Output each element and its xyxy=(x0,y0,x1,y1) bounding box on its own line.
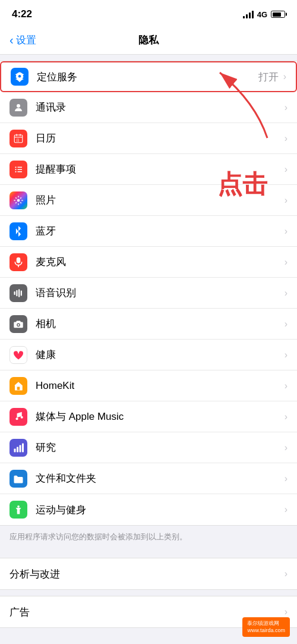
contacts-item[interactable]: 通讯录 › xyxy=(0,92,297,123)
microphone-item[interactable]: 麦克风 › xyxy=(0,247,297,278)
svg-rect-24 xyxy=(17,447,18,452)
svg-rect-14 xyxy=(17,257,21,263)
reminders-chevron-icon: › xyxy=(285,164,287,175)
svg-rect-19 xyxy=(21,290,22,296)
svg-point-13 xyxy=(17,199,20,202)
svg-rect-18 xyxy=(18,289,20,297)
speech-label: 语音识别 xyxy=(36,286,285,300)
svg-rect-25 xyxy=(20,445,21,452)
bluetooth-chevron-icon: › xyxy=(285,226,287,237)
contacts-icon xyxy=(10,99,27,117)
reminders-item[interactable]: 提醒事项 › xyxy=(0,154,297,185)
signal-icon xyxy=(243,10,254,18)
photos-item[interactable]: 照片 › xyxy=(0,185,297,216)
health-chevron-icon: › xyxy=(285,350,287,360)
research-label: 研究 xyxy=(36,441,285,454)
location-value: 打开 xyxy=(258,70,279,84)
svg-rect-17 xyxy=(16,290,17,296)
files-label: 文件和文件夹 xyxy=(36,472,285,485)
location-chevron-icon: › xyxy=(283,71,286,82)
reminders-icon xyxy=(10,161,27,178)
network-type: 4G xyxy=(257,10,267,19)
homekit-icon xyxy=(10,377,27,395)
contacts-chevron-icon: › xyxy=(285,102,287,113)
status-icons: 4G xyxy=(243,10,285,19)
health-label: 健康 xyxy=(36,348,285,362)
bluetooth-icon xyxy=(10,222,27,240)
research-icon xyxy=(10,439,27,457)
research-chevron-icon: › xyxy=(285,442,287,453)
bluetooth-item[interactable]: 蓝牙 › xyxy=(0,216,297,247)
svg-rect-16 xyxy=(14,291,15,295)
calendar-label: 日历 xyxy=(36,131,285,145)
ads-label: 广告 xyxy=(10,605,285,619)
microphone-chevron-icon: › xyxy=(285,257,287,268)
calendar-item[interactable]: 日 日历 › xyxy=(0,123,297,154)
research-item[interactable]: 研究 › xyxy=(0,432,297,463)
svg-point-8 xyxy=(15,168,16,169)
fitness-item[interactable]: 运动与健身 › xyxy=(0,494,297,525)
files-chevron-icon: › xyxy=(285,473,287,484)
analysis-item[interactable]: 分析与改进 › xyxy=(0,558,297,589)
bluetooth-label: 蓝牙 xyxy=(36,224,285,238)
svg-point-21 xyxy=(18,324,20,326)
svg-point-1 xyxy=(17,104,20,108)
back-button[interactable]: ‹ 设置 xyxy=(10,33,36,47)
svg-rect-22 xyxy=(17,387,20,389)
analysis-label: 分析与改进 xyxy=(10,567,285,581)
svg-rect-23 xyxy=(14,448,16,452)
location-icon xyxy=(11,68,29,86)
speech-chevron-icon: › xyxy=(285,288,287,299)
fitness-label: 运动与健身 xyxy=(36,503,285,517)
camera-icon xyxy=(10,315,27,333)
media-chevron-icon: › xyxy=(285,411,287,422)
homekit-label: HomeKit xyxy=(36,380,285,392)
page-title: 隐私 xyxy=(138,33,159,47)
calendar-chevron-icon: › xyxy=(285,133,287,144)
analysis-chevron-icon: › xyxy=(285,568,287,579)
svg-text:日: 日 xyxy=(16,138,20,142)
speech-item[interactable]: 语音识别 › xyxy=(0,278,297,309)
contacts-label: 通讯录 xyxy=(36,100,285,114)
homekit-item[interactable]: HomeKit › xyxy=(0,370,297,401)
status-bar: 4:22 4G xyxy=(0,0,297,26)
back-label: 设置 xyxy=(16,33,36,47)
microphone-label: 麦克风 xyxy=(36,255,285,269)
analysis-section: 分析与改进 › xyxy=(0,558,297,590)
camera-label: 相机 xyxy=(36,317,285,331)
privacy-list: 定位服务 打开 › 通讯录 › 日 xyxy=(0,61,297,526)
health-item[interactable]: 健康 › xyxy=(0,340,297,370)
homekit-chevron-icon: › xyxy=(285,381,287,391)
location-services-item[interactable]: 定位服务 打开 › xyxy=(0,61,297,92)
media-icon xyxy=(10,408,27,426)
photos-chevron-icon: › xyxy=(285,195,287,206)
files-item[interactable]: 文件和文件夹 › xyxy=(0,463,297,494)
fitness-icon xyxy=(10,501,27,519)
microphone-icon xyxy=(10,253,27,271)
speech-icon xyxy=(10,284,27,302)
media-label: 媒体与 Apple Music xyxy=(36,410,285,423)
photos-label: 照片 xyxy=(36,193,285,207)
status-time: 4:22 xyxy=(12,8,32,20)
media-item[interactable]: 媒体与 Apple Music › xyxy=(0,401,297,432)
nav-bar: ‹ 设置 隐私 xyxy=(0,26,297,55)
svg-point-27 xyxy=(17,505,20,508)
health-icon xyxy=(10,346,27,364)
fitness-chevron-icon: › xyxy=(285,504,287,515)
svg-rect-26 xyxy=(22,443,24,452)
reminders-label: 提醒事项 xyxy=(36,162,285,176)
camera-chevron-icon: › xyxy=(285,319,287,329)
photos-icon xyxy=(10,191,27,209)
privacy-section: 定位服务 打开 › 通讯录 › 日 xyxy=(0,61,297,526)
files-icon xyxy=(10,470,27,488)
svg-point-7 xyxy=(15,167,16,168)
camera-item[interactable]: 相机 › xyxy=(0,309,297,340)
calendar-icon: 日 xyxy=(10,130,27,147)
svg-point-0 xyxy=(18,75,21,78)
back-chevron-icon: ‹ xyxy=(10,34,14,46)
footer-note: 应用程序请求访问您的数据时会被添加到以上类别。 xyxy=(0,526,297,552)
location-label: 定位服务 xyxy=(37,70,258,84)
battery-icon xyxy=(271,11,285,18)
ads-chevron-icon: › xyxy=(285,607,287,617)
watermark: 泰尔镇游戏网www.tairda.com xyxy=(242,617,290,637)
